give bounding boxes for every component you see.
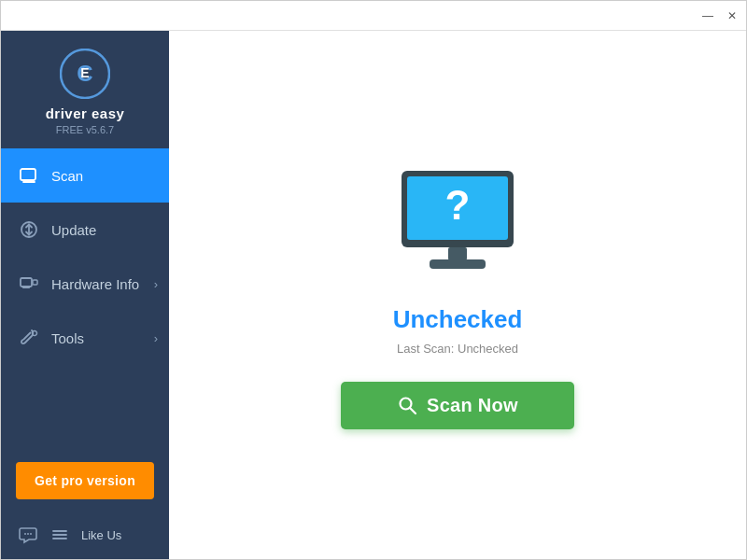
scan-label: Scan xyxy=(51,168,152,184)
app-version: FREE v5.6.7 xyxy=(56,124,114,135)
scan-now-button[interactable]: Scan Now xyxy=(341,382,574,429)
sidebar-item-update[interactable]: Update xyxy=(1,203,169,257)
sidebar-item-tools[interactable]: Tools › xyxy=(1,311,169,365)
hardware-info-icon xyxy=(18,273,40,295)
tools-label: Tools xyxy=(51,330,152,346)
svg-rect-10 xyxy=(33,280,37,285)
tools-icon xyxy=(18,327,40,349)
app-logo-icon: C E xyxy=(59,48,111,100)
sidebar-item-scan[interactable]: Scan xyxy=(1,148,169,203)
chat-icon[interactable] xyxy=(18,525,38,545)
list-icon[interactable] xyxy=(49,525,70,545)
svg-rect-8 xyxy=(21,278,32,287)
minimize-button[interactable]: — xyxy=(701,9,714,22)
svg-rect-21 xyxy=(448,247,467,260)
sidebar-logo: C E driver easy FREE v5.6.7 xyxy=(1,31,169,148)
sidebar-nav: Scan Update xyxy=(1,148,169,451)
update-icon xyxy=(18,218,40,241)
sidebar-item-hardware-info[interactable]: Hardware Info › xyxy=(1,257,169,311)
status-title: Unchecked xyxy=(393,305,523,334)
svg-point-13 xyxy=(27,533,29,535)
svg-point-14 xyxy=(30,533,32,535)
svg-text:E: E xyxy=(80,65,89,80)
main-layout: C E driver easy FREE v5.6.7 xyxy=(1,31,746,559)
svg-line-24 xyxy=(410,408,416,413)
svg-text:?: ? xyxy=(445,182,471,228)
app-window: — ✕ C E driver easy FREE v5.6.7 xyxy=(0,0,747,560)
close-button[interactable]: ✕ xyxy=(726,9,739,22)
status-sub: Last Scan: Unchecked xyxy=(397,342,518,356)
monitor-illustration: ? xyxy=(383,161,532,283)
hardware-info-label: Hardware Info xyxy=(51,276,152,292)
svg-rect-3 xyxy=(21,169,35,180)
hardware-info-arrow: › xyxy=(154,277,158,291)
scan-icon xyxy=(18,164,40,187)
app-name: driver easy xyxy=(46,105,125,122)
scan-now-label: Scan Now xyxy=(427,395,518,416)
sidebar: C E driver easy FREE v5.6.7 xyxy=(1,31,169,559)
svg-rect-9 xyxy=(22,287,30,288)
update-label: Update xyxy=(51,222,152,238)
search-icon xyxy=(397,395,417,415)
svg-point-12 xyxy=(24,533,26,535)
sidebar-bottom: Like Us xyxy=(1,511,169,559)
get-pro-button[interactable]: Get pro version xyxy=(16,462,154,499)
svg-point-11 xyxy=(33,331,37,336)
title-bar-controls: — ✕ xyxy=(701,9,739,22)
tools-arrow: › xyxy=(154,331,158,345)
svg-rect-22 xyxy=(430,259,486,269)
title-bar: — ✕ xyxy=(1,1,746,31)
like-us-label: Like Us xyxy=(81,528,121,542)
main-content: ? Unchecked Last Scan: Unchecked Scan No… xyxy=(169,31,746,559)
